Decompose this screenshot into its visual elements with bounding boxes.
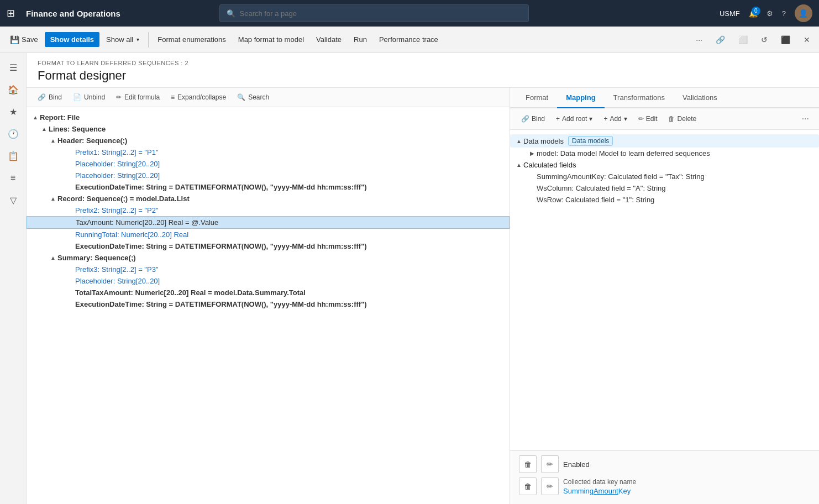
top-right-icons: USMF 🔔 0 ⚙ ? 👤 [720,4,812,22]
mapping-tree-item[interactable]: ▲ Data models Data models [510,134,819,148]
favorites-icon[interactable]: ★ [3,102,23,122]
delete-icon: 🗑 [668,115,675,123]
page-title: Format designer [38,69,808,83]
enabled-delete-button[interactable]: 🗑 [519,455,537,473]
show-all-button[interactable]: Show all ▾ [101,32,145,47]
enabled-edit-button[interactable]: ✏ [541,455,559,473]
enabled-label: Enabled [563,460,590,469]
add-root-button[interactable]: + Add root ▾ [552,113,597,125]
modules-icon[interactable]: ≡ [3,168,23,188]
show-details-button[interactable]: Show details [45,32,99,47]
notification-count: 0 [752,7,760,15]
mapping-tree-item[interactable]: WsRow: Calculated field = "1": String [510,194,819,206]
map-format-button[interactable]: Map format to model [233,32,309,47]
tree-item[interactable]: ExecutionDateTime: String = DATETIMEFORM… [27,181,510,193]
mapping-tree-item[interactable]: SummingAmountKey: Calculated field = "Ta… [510,171,819,182]
tree-item[interactable]: TotalTaxAmount: Numeric[20..20] Real = m… [27,287,510,298]
validate-button[interactable]: Validate [311,32,347,47]
recent-icon[interactable]: 🕐 [3,124,23,144]
office-icon[interactable]: ⬜ [734,32,752,48]
help-icon[interactable]: ? [782,9,786,18]
designer-area: 🔗 Bind 📄 Unbind ✏ Edit formula ≡ Expand/… [27,88,819,504]
collapse-arrow-icon: ▲ [40,126,49,132]
add-button[interactable]: + Add ▾ [599,113,631,125]
bottom-info-panel: 🗑 ✏ Enabled 🗑 ✏ Collected data key name … [510,450,819,504]
tree-item[interactable]: Placeholder: String[20..20] [27,158,510,170]
tree-item[interactable]: Placeholder: String[20..20] [27,275,510,287]
chevron-down-icon: ▾ [589,115,592,123]
format-tree[interactable]: ▲ Report: File ▲ Lines: Sequence ▲ Heade… [27,107,510,504]
global-search-input[interactable] [240,9,522,18]
key-edit-button[interactable]: ✏ [541,477,559,495]
tree-item[interactable]: ▲ Record: Sequence(;) = model.Data.List [27,193,510,204]
tree-item[interactable]: Placeholder: String[20..20] [27,170,510,181]
mapping-tree-item[interactable]: ▶ model: Data model Model to learn defer… [510,148,819,159]
home-icon[interactable]: 🏠 [3,80,23,99]
run-button[interactable]: Run [348,32,372,47]
toolbar-divider-1 [148,32,149,48]
notification-icon[interactable]: 🔔 0 [749,9,758,18]
format-enumerations-button[interactable]: Format enumerations [152,32,232,47]
tab-transformations[interactable]: Transformations [605,88,674,108]
tab-validations[interactable]: Validations [674,88,726,108]
hamburger-icon[interactable]: ☰ [3,57,23,77]
delete-button[interactable]: 🗑 Delete [664,113,701,125]
tree-item[interactable]: ▲ Lines: Sequence [27,123,510,135]
toolbar-right-icons: ··· 🔗 ⬜ ↺ ⬛ ✕ [691,32,815,48]
formula-icon: ✏ [116,93,122,101]
app-title: Finance and Operations [26,9,120,18]
right-bind-button[interactable]: 🔗 Bind [517,113,549,125]
key-delete-button[interactable]: 🗑 [519,477,537,495]
tree-item[interactable]: Prefix3: String[2..2] = "P3" [27,264,510,275]
collected-key-label: Collected data key name [563,478,652,486]
link-small-icon: 🔗 [38,93,46,101]
tab-format[interactable]: Format [517,88,557,108]
bind-button[interactable]: 🔗 Bind [33,91,66,103]
tree-item[interactable]: RunningTotal: Numeric[20..20] Real [27,229,510,240]
mapping-tree[interactable]: ▲ Data models Data models ▶ model: Data … [510,130,819,450]
search-button[interactable]: 🔍 Search [233,91,274,103]
user-avatar[interactable]: 👤 [795,4,812,22]
edit-button[interactable]: ✏ Edit [634,113,662,125]
tree-item[interactable]: Prefix1: String[2..2] = "P1" [27,146,510,158]
collapse-arrow-icon: ▲ [514,138,523,144]
mapping-tree-item[interactable]: WsColumn: Calculated field = "A": String [510,182,819,194]
open-icon[interactable]: ⬛ [776,32,795,48]
main-layout: ☰ 🏠 ★ 🕐 📋 ≡ ▽ FORMAT TO LEARN DEFERRED S… [0,53,819,504]
format-panel: 🔗 Bind 📄 Unbind ✏ Edit formula ≡ Expand/… [27,88,510,504]
tree-item[interactable]: ▲ Report: File [27,112,510,123]
collapse-arrow-icon: ▲ [49,255,57,261]
mapping-panel: Format Mapping Transformations Validatio… [510,88,819,504]
tab-mapping[interactable]: Mapping [557,88,604,108]
unbind-button[interactable]: 📄 Unbind [69,91,109,103]
settings-icon[interactable]: ⚙ [767,9,773,18]
main-toolbar: 💾 Save Show details Show all ▾ Format en… [0,27,819,53]
expand-collapse-button[interactable]: ≡ Expand/collapse [166,91,230,103]
tree-item[interactable]: ExecutionDateTime: String = DATETIMEFORM… [27,298,510,310]
link-icon[interactable]: 🔗 [711,32,729,48]
performance-trace-button[interactable]: Performance trace [374,32,444,47]
refresh-icon[interactable]: ↺ [757,32,772,48]
unbind-icon: 📄 [73,93,81,101]
user-label: USMF [720,9,740,18]
mapping-tree-group[interactable]: ▲ Calculated fields [510,159,819,171]
search-small-icon: 🔍 [237,93,245,101]
tree-item[interactable]: ▲ Header: Sequence(;) [27,135,510,146]
close-icon[interactable]: ✕ [799,32,815,48]
more-icon[interactable]: ··· [799,112,812,126]
sidebar-icons: ☰ 🏠 ★ 🕐 📋 ≡ ▽ [0,53,27,504]
ellipsis-icon[interactable]: ··· [691,32,707,48]
tree-item[interactable]: ExecutionDateTime: String = DATETIMEFORM… [27,240,510,252]
save-icon: 💾 [10,35,19,44]
global-search-bar[interactable]: 🔍 [219,4,529,22]
collapse-arrow-icon: ▲ [514,162,523,168]
collapse-arrow-icon: ▲ [31,114,40,120]
save-button[interactable]: 💾 Save [4,32,44,48]
tree-item[interactable]: ▲ Summary: Sequence(;) [27,252,510,264]
grid-icon[interactable]: ⊞ [7,7,15,19]
tree-item-selected[interactable]: TaxAmount: Numeric[20..20] Real = @.Valu… [27,216,510,229]
tree-item[interactable]: Prefix2: String[2..2] = "P2" [27,204,510,216]
filter-icon[interactable]: ▽ [3,190,23,210]
workspaces-icon[interactable]: 📋 [3,146,23,166]
edit-formula-button[interactable]: ✏ Edit formula [112,91,164,103]
